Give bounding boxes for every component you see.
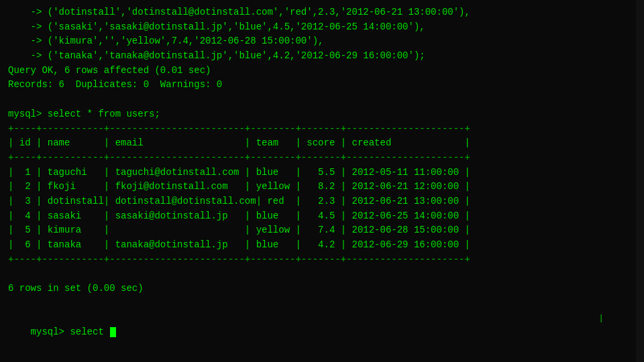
row-count-line: 6 rows in set (0.00 sec): [8, 282, 636, 296]
table-header: | id | name | email | team | score | cre…: [8, 136, 636, 151]
table-row-2: | 2 | fkoji | fkoji@dotinstall.com | yel…: [8, 180, 636, 194]
table-row-6: | 6 | tanaka | tanaka@dotinstall.jp | bl…: [8, 238, 636, 253]
blank-line-1: [8, 93, 636, 107]
table-row-3: | 3 | dotinstall| dotinstall@dotinstall.…: [8, 194, 636, 209]
cursor-position-indicator: |: [598, 312, 604, 325]
table-row-1: | 1 | taguchi | taguchi@dotinstall.com |…: [8, 166, 636, 180]
table-row-4: | 4 | sasaki | sasaki@dotinstall.jp | bl…: [8, 209, 636, 224]
query-ok-line: Query OK, 6 rows affected (0.01 sec): [8, 64, 636, 78]
insert-line-3: -> ('kimura','','yellow',7.4,'2012-06-28…: [8, 34, 636, 49]
insert-line-4: -> ('tanaka','tanaka@dotinstall.jp','blu…: [8, 49, 636, 64]
select-command-line: mysql> select * from users;: [8, 107, 636, 122]
insert-line-2: -> ('sasaki','sasaki@dotinstall.jp','blu…: [8, 20, 636, 35]
insert-line-1: -> ('dotinstall','dotinstall@dotinstall.…: [8, 5, 636, 20]
blank-line-2: [8, 267, 636, 282]
records-line: Records: 6 Duplicates: 0 Warnings: 0: [8, 78, 636, 93]
scrollbar[interactable]: [636, 0, 644, 362]
active-prompt-line[interactable]: mysql> select |: [8, 310, 636, 362]
cursor-block: [110, 327, 116, 337]
table-sep-1: +----+-----------+----------------------…: [8, 122, 636, 137]
table-row-5: | 5 | kimura | | yellow | 7.4 | 2012-06-…: [8, 223, 636, 238]
table-sep-3: +----+-----------+----------------------…: [8, 253, 636, 267]
table-sep-2: +----+-----------+----------------------…: [8, 151, 636, 166]
blank-line-3: [8, 296, 636, 311]
prompt-text: mysql> select: [31, 326, 110, 337]
terminal: -> ('dotinstall','dotinstall@dotinstall.…: [0, 0, 644, 362]
